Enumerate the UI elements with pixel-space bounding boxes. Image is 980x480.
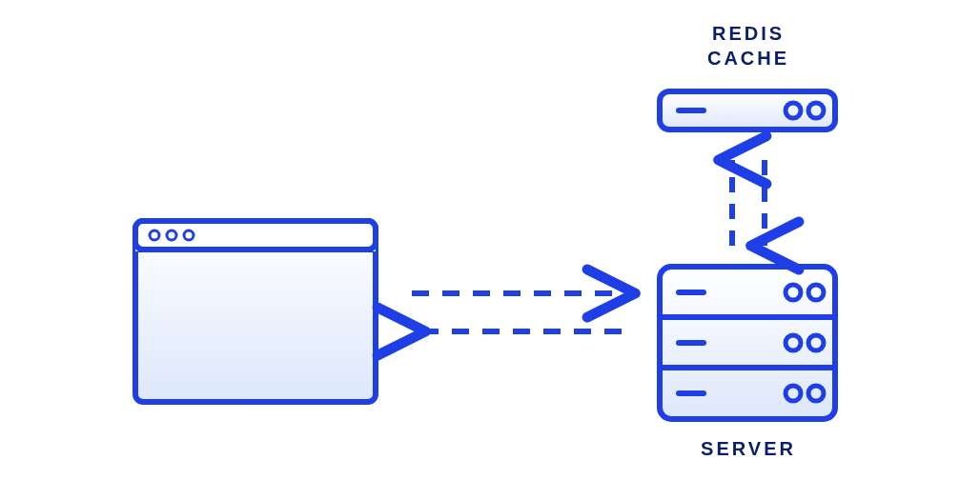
diagram-svg xyxy=(0,0,980,480)
edge-client-server xyxy=(412,293,622,331)
server-node xyxy=(660,267,835,419)
redis-cache-node xyxy=(660,91,835,130)
edge-server-redis xyxy=(732,160,765,246)
client-browser-window xyxy=(125,220,376,402)
diagram-stage: REDIS CACHE SERVER xyxy=(0,0,980,480)
